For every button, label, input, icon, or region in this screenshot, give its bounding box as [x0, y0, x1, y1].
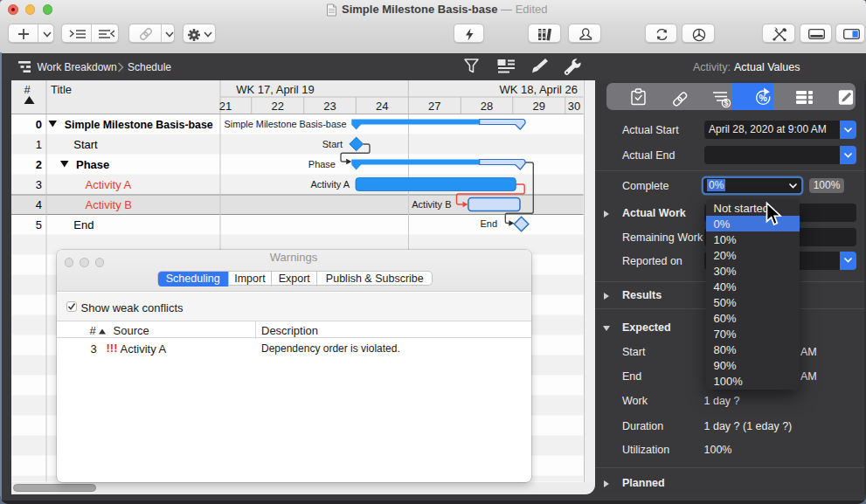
svg-text:23: 23 [323, 100, 336, 113]
svg-text:Activity A: Activity A [310, 179, 350, 190]
svg-text:End: End [73, 218, 94, 231]
svg-text:WK 18, April 26: WK 18, April 26 [499, 83, 578, 96]
svg-text:0: 0 [36, 118, 42, 131]
svg-text:5: 5 [36, 218, 42, 231]
svg-text:24: 24 [376, 100, 388, 113]
svg-text:Activity B: Activity B [412, 199, 451, 210]
svg-text:3: 3 [36, 178, 42, 191]
svg-text:4: 4 [36, 198, 42, 211]
svg-text:2: 2 [36, 158, 42, 171]
svg-text:1: 1 [36, 138, 42, 151]
svg-text:WK 17, April 19: WK 17, April 19 [236, 83, 315, 96]
svg-text:29: 29 [533, 100, 545, 113]
svg-text:Simple Milestone Basis-base: Simple Milestone Basis-base [65, 118, 213, 131]
svg-text:Start: Start [322, 139, 343, 149]
svg-text:Simple Milestone Basis-base: Simple Milestone Basis-base [225, 119, 347, 129]
svg-text:Activity A: Activity A [86, 178, 132, 191]
svg-text:Activity B: Activity B [86, 198, 132, 211]
svg-text:Phase: Phase [76, 158, 109, 171]
svg-text:%: % [759, 93, 768, 103]
svg-text:Start: Start [73, 138, 98, 151]
svg-text:End: End [480, 218, 497, 229]
svg-text:$: $ [724, 99, 729, 107]
svg-text:21: 21 [219, 100, 232, 113]
svg-text:22: 22 [271, 100, 283, 113]
svg-text:27: 27 [428, 100, 440, 113]
svg-text:28: 28 [481, 100, 493, 113]
svg-text:Phase: Phase [308, 159, 336, 169]
svg-text:30: 30 [568, 100, 580, 113]
svg-text:#: # [24, 83, 31, 96]
svg-text:Title: Title [51, 83, 72, 96]
